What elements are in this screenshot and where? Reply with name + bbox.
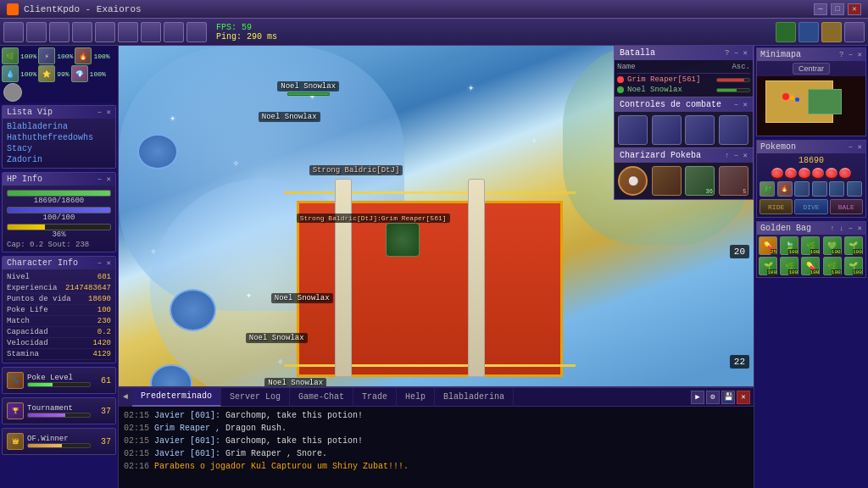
buff-pct-3: 100% (93, 53, 109, 60)
bag-item-3[interactable]: 🌿 100 (801, 236, 820, 255)
chat-text-1: Garchomp, take this potion! (225, 411, 363, 420)
chat-icon-play[interactable]: ▶ (691, 391, 704, 404)
batalla-controls[interactable]: ? – ✕ (725, 48, 748, 58)
charizard-pokeball[interactable]: ⚪ (618, 166, 648, 196)
chat-tab-trade[interactable]: Trade (353, 388, 397, 407)
bag-item-4[interactable]: 💚 100 (823, 236, 842, 255)
pokemon-id: 18690 (760, 156, 863, 165)
combat-btn-2[interactable] (652, 115, 682, 145)
pillar-1 (335, 179, 352, 378)
chat-tab-server-log[interactable]: Server Log (221, 388, 290, 407)
poke-slot-1[interactable]: 🐉 (760, 181, 775, 197)
creature-1 (170, 289, 216, 331)
pokeball-2[interactable] (785, 168, 797, 180)
minimize-button[interactable]: ─ (814, 3, 827, 15)
buff-pct-6: 100% (90, 70, 106, 78)
minimap-center-button[interactable]: Centrar (793, 63, 830, 75)
bag-item-8-count: 100 (810, 269, 820, 275)
poke-slot-3[interactable] (794, 181, 810, 197)
pokemon-action-1[interactable]: RIDE (760, 199, 793, 214)
combat-btn-4[interactable] (719, 115, 748, 145)
poke-slot-5[interactable] (829, 181, 844, 197)
minimap-controls[interactable]: ? – ✕ (839, 50, 862, 59)
right-panel: Minimapa ? – ✕ Centrar ▲ Pokemon – ✕ (754, 46, 868, 488)
chat-tab-blabladerina[interactable]: Blabladerina (435, 388, 514, 407)
chat-icon-settings[interactable]: ⚙ (706, 391, 720, 404)
toolbar-btn-5[interactable] (95, 22, 115, 42)
of-winner-bar-fill (28, 444, 62, 447)
hp-info-close[interactable]: – ✕ (97, 175, 111, 184)
combat-btn-3[interactable] (685, 115, 715, 145)
combat-btn-1[interactable] (618, 115, 648, 145)
pokeball-5[interactable] (826, 168, 837, 180)
toolbar-btn-1[interactable] (3, 22, 24, 42)
toolbar-btn-options[interactable] (844, 22, 865, 42)
pokeball-6[interactable] (839, 168, 851, 180)
bag-item-10[interactable]: 🌱 100 (844, 257, 863, 275)
pokemon-action-2[interactable]: DIVE (794, 199, 827, 214)
pokeball-3[interactable] (798, 168, 810, 180)
toolbar-btn-6[interactable] (118, 22, 138, 42)
pokemon-action-3[interactable]: BALE (830, 199, 863, 214)
chat-arrow-left[interactable]: ◄ (119, 388, 132, 407)
toolbar-btn-world[interactable] (798, 22, 819, 42)
chat-text-4: Grim Reaper , Snore. (225, 449, 327, 458)
pokemon-grid: 🐉 🔥 (760, 181, 863, 197)
charizard-slot-3[interactable]: 36 (685, 166, 715, 196)
toolbar-btn-3[interactable] (49, 22, 70, 42)
batalla-content: Name Asc. Grim Reaper[561] Noel Snowlax (615, 60, 753, 98)
charizard-controls[interactable]: ↑ – ✕ (725, 151, 748, 160)
golden-bag-controls[interactable]: ↑ ↓ – ✕ (830, 224, 862, 233)
bag-item-6[interactable]: 🌱 100 (759, 257, 777, 275)
buff-pct-2: 100% (57, 53, 73, 60)
toolbar-btn-2[interactable] (26, 22, 47, 42)
chat-text-5: Parabens o jogador Kul Capturou um Shiny… (154, 462, 409, 471)
hp-text: 18690/18600 (7, 197, 111, 205)
pokeball-1[interactable] (771, 168, 783, 180)
enemy-2-dot (617, 86, 624, 93)
poke-slot-4[interactable] (812, 181, 827, 197)
close-button[interactable]: ✕ (848, 3, 861, 15)
pokeball-4[interactable] (812, 168, 824, 180)
sparkle-9: ✦ (468, 81, 474, 94)
controles-content (615, 112, 753, 148)
charizard-slot-2[interactable] (652, 166, 682, 196)
chat-text-2: Dragon Rush. (225, 424, 287, 433)
char-info-close[interactable]: – ✕ (97, 258, 111, 268)
hp-info-header: HP Info – ✕ (3, 173, 115, 186)
bag-item-1[interactable]: 💊 25 (759, 236, 777, 255)
toolbar-btn-4[interactable] (72, 22, 92, 42)
chat-msg-2: 02:15 Grim Reaper , Dragon Rush. (124, 422, 748, 435)
poke-slot-6[interactable] (847, 181, 862, 197)
exp-bar (7, 224, 111, 230)
toolbar-btn-7[interactable] (141, 22, 161, 42)
char-info-title: Character Info (7, 258, 78, 268)
vip-list-close[interactable]: – ✕ (97, 108, 111, 117)
minimap-header: Minimapa ? – ✕ (757, 48, 865, 61)
toolbar-btn-8[interactable] (164, 22, 184, 42)
of-winner-label: OF.Winner (27, 435, 91, 443)
chat-icon-save[interactable]: 💾 (721, 391, 735, 404)
bag-item-2[interactable]: 🍃 100 (780, 236, 798, 255)
bag-item-9[interactable]: 🌿 100 (823, 257, 842, 275)
chat-tab-predeterminado[interactable]: Predeterminado (132, 388, 221, 407)
poke-slot-2[interactable]: 🔥 (777, 181, 793, 197)
bag-item-7[interactable]: 🌿 100 (780, 257, 798, 275)
toolbar-btn-9[interactable] (186, 22, 207, 42)
pokemon-controls[interactable]: – ✕ (849, 142, 862, 152)
bag-item-8[interactable]: 💊 100 (801, 257, 820, 275)
maximize-button[interactable]: □ (831, 3, 844, 15)
chat-tab-game-chat[interactable]: Game-Chat (290, 388, 353, 407)
toolbar-btn-star[interactable] (821, 22, 842, 42)
charizard-slot-4[interactable]: 5 (719, 166, 748, 196)
toolbar-btn-map[interactable] (776, 22, 796, 42)
bag-item-5[interactable]: 🌱 100 (844, 236, 863, 255)
buff-icon-6: 💎 (71, 65, 88, 82)
sparkle-2: ✧ (233, 157, 239, 169)
batalla-enemy-1: Grim Reaper[561] (617, 75, 750, 84)
controles-controls[interactable]: – ✕ (734, 100, 748, 109)
of-winner-row: 👑 OF.Winner 37 (7, 433, 111, 450)
chat-icon-close[interactable]: ✕ (737, 391, 750, 404)
chat-tab-help[interactable]: Help (397, 388, 435, 407)
hp-info-title: HP Info (7, 175, 42, 184)
